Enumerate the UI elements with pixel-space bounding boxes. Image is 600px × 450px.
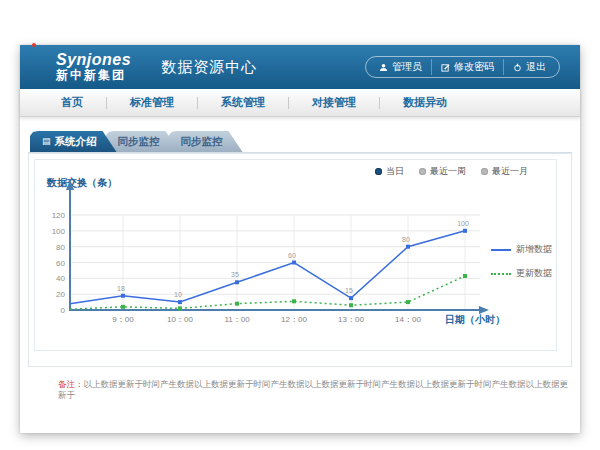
tab-label: 同步监控 xyxy=(118,135,160,149)
user-menu: 管理员 修改密码 退出 xyxy=(365,56,560,78)
svg-text:11：00: 11：00 xyxy=(224,315,250,324)
nav-item-2[interactable]: 标准管理 xyxy=(107,95,197,110)
footnote-prefix: 备注： xyxy=(58,379,84,389)
logout-label: 退出 xyxy=(526,60,546,74)
legend-item: 更新数据 xyxy=(491,267,552,280)
svg-text:18: 18 xyxy=(117,285,125,292)
app-window: Synjones 新中新集团 数据资源中心 管理员 修改密码 退出 xyxy=(20,45,580,433)
svg-text:120: 120 xyxy=(52,211,66,220)
svg-text:80: 80 xyxy=(402,236,410,243)
document-icon: ▤ xyxy=(42,137,51,146)
footnote: 备注：以上数据更新于时间产生数据以上数据更新于时间产生数据以上数据更新于时间产生… xyxy=(28,379,572,401)
dotted-line-swatch xyxy=(491,273,511,275)
svg-text:13：00: 13：00 xyxy=(338,315,364,324)
username-label: 管理员 xyxy=(392,60,422,74)
user-icon xyxy=(379,63,388,72)
nav-item-4[interactable]: 对接管理 xyxy=(289,95,379,110)
svg-text:100: 100 xyxy=(52,227,66,236)
chart-panel: 数据交换（条） 当日最近一周最近一月 0204060801001209：0010… xyxy=(34,159,557,351)
svg-text:20: 20 xyxy=(56,290,65,299)
nav-item-5[interactable]: 数据异动 xyxy=(380,95,470,110)
svg-text:60: 60 xyxy=(56,259,65,268)
tab-2[interactable]: 同步监控 xyxy=(106,131,180,152)
svg-text:10：00: 10：00 xyxy=(167,315,193,324)
svg-text:日期（小时）: 日期（小时） xyxy=(445,314,505,325)
tab-label: 同步监控 xyxy=(181,135,223,149)
svg-text:100: 100 xyxy=(457,220,469,227)
change-password-label: 修改密码 xyxy=(454,60,494,74)
svg-text:14：00: 14：00 xyxy=(395,315,421,324)
logo-red-dot-icon xyxy=(32,43,36,47)
nav-item-3[interactable]: 系统管理 xyxy=(198,95,288,110)
footnote-text: 以上数据更新于时间产生数据以上数据更新于时间产生数据以上数据更新于时间产生数据以… xyxy=(58,379,568,400)
svg-text:35: 35 xyxy=(231,271,239,278)
page-title: 数据资源中心 xyxy=(161,58,257,77)
nav-item-1[interactable]: 首页 xyxy=(38,95,106,110)
tab-1[interactable]: ▤系统介绍 xyxy=(30,131,117,152)
power-icon xyxy=(513,63,522,72)
legend-item: 新增数据 xyxy=(491,243,552,256)
tab-content: 数据交换（条） 当日最近一周最近一月 0204060801001209：0010… xyxy=(28,153,572,367)
svg-text:0: 0 xyxy=(61,306,66,315)
tab-strip: ▤系统介绍同步监控同步监控 xyxy=(28,131,572,153)
tab-3[interactable]: 同步监控 xyxy=(169,131,243,152)
chart-svg: 0204060801001209：0010：0011：0012：0013：001… xyxy=(35,160,535,348)
solid-line-swatch xyxy=(491,249,511,251)
company-logo: Synjones 新中新集团 xyxy=(56,52,131,81)
legend-label: 更新数据 xyxy=(516,267,552,280)
edit-icon xyxy=(441,63,450,72)
svg-text:12：00: 12：00 xyxy=(281,315,307,324)
logout-button[interactable]: 退出 xyxy=(503,59,555,75)
page: Synjones 新中新集团 数据资源中心 管理员 修改密码 退出 xyxy=(0,0,600,450)
chart-legend: 新增数据更新数据 xyxy=(491,243,552,280)
logo-text-cn: 新中新集团 xyxy=(56,69,131,82)
change-password-button[interactable]: 修改密码 xyxy=(431,59,503,75)
svg-text:60: 60 xyxy=(288,252,296,259)
main-nav: 首页标准管理系统管理对接管理数据异动 xyxy=(20,89,580,117)
logo-text-en: Synjones xyxy=(56,52,131,69)
app-header: Synjones 新中新集团 数据资源中心 管理员 修改密码 退出 xyxy=(20,45,580,89)
svg-text:40: 40 xyxy=(56,274,65,283)
current-user-button[interactable]: 管理员 xyxy=(370,59,431,75)
svg-text:9：00: 9：00 xyxy=(112,315,134,324)
tab-label: 系统介绍 xyxy=(55,135,97,149)
svg-text:15: 15 xyxy=(345,287,353,294)
svg-text:80: 80 xyxy=(56,243,65,252)
legend-label: 新增数据 xyxy=(516,243,552,256)
svg-text:10: 10 xyxy=(174,291,182,298)
